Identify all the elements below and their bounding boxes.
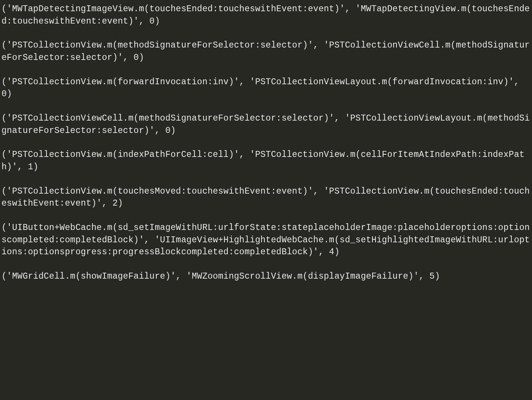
tuple-row: ('MWTapDetectingImageView.m(touchesEnded…: [1, 3, 531, 27]
tuple-row: ('PSTCollectionView.m(touchesMoved:touch…: [1, 185, 531, 210]
tuple-row: ('PSTCollectionViewCell.m(methodSignatur…: [1, 112, 531, 137]
tuple-row: ('MWGridCell.m(showImageFailure)', 'MWZo…: [1, 270, 531, 283]
tuple-row: ('PSTCollectionView.m(indexPathForCell:c…: [1, 149, 531, 173]
tuple-row: ('UIButton+WebCache.m(sd_setImageWithURL…: [1, 222, 531, 258]
tuple-row: ('PSTCollectionView.m(forwardInvocation:…: [1, 76, 531, 100]
tuple-row: ('PSTCollectionView.m(methodSignatureFor…: [1, 39, 531, 64]
